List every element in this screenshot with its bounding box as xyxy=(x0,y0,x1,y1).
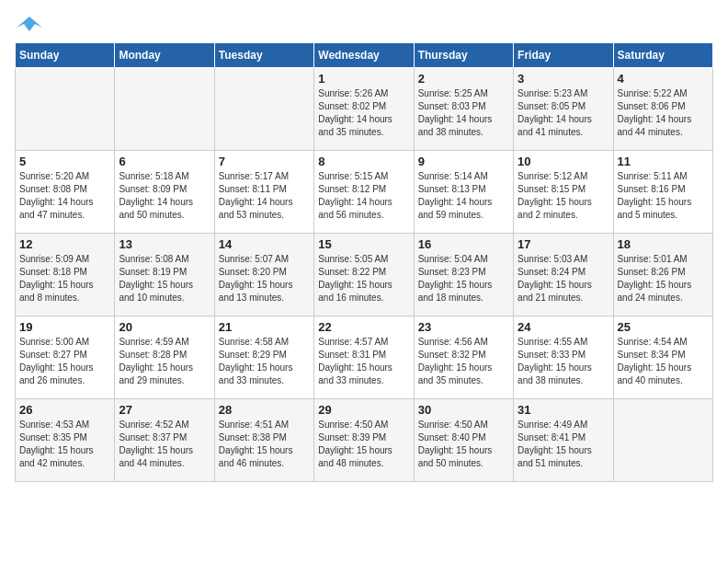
calendar-week-row: 26Sunrise: 4:53 AM Sunset: 8:35 PM Dayli… xyxy=(16,399,713,482)
day-number: 13 xyxy=(119,237,210,251)
calendar-cell: 8Sunrise: 5:15 AM Sunset: 8:12 PM Daylig… xyxy=(314,151,414,234)
calendar-cell: 7Sunrise: 5:17 AM Sunset: 8:11 PM Daylig… xyxy=(214,151,313,234)
cell-details: Sunrise: 5:00 AM Sunset: 8:27 PM Dayligh… xyxy=(19,336,110,387)
day-number: 15 xyxy=(318,237,409,251)
day-number: 9 xyxy=(418,155,509,168)
cell-details: Sunrise: 5:18 AM Sunset: 8:09 PM Dayligh… xyxy=(119,170,210,222)
cell-details: Sunrise: 4:49 AM Sunset: 8:41 PM Dayligh… xyxy=(518,419,609,470)
calendar-cell: 15Sunrise: 5:05 AM Sunset: 8:22 PM Dayli… xyxy=(314,234,414,316)
calendar-cell: 14Sunrise: 5:07 AM Sunset: 8:20 PM Dayli… xyxy=(214,234,313,316)
day-number: 2 xyxy=(418,72,509,86)
page-header xyxy=(15,15,713,35)
calendar-header-row: SundayMondayTuesdayWednesdayThursdayFrid… xyxy=(16,43,713,68)
cell-details: Sunrise: 4:55 AM Sunset: 8:33 PM Dayligh… xyxy=(518,336,609,387)
calendar-cell: 18Sunrise: 5:01 AM Sunset: 8:26 PM Dayli… xyxy=(613,234,712,316)
day-number: 11 xyxy=(618,155,709,168)
day-number: 22 xyxy=(318,320,409,334)
day-number: 7 xyxy=(219,155,310,168)
day-number: 5 xyxy=(19,155,110,168)
calendar-cell: 31Sunrise: 4:49 AM Sunset: 8:41 PM Dayli… xyxy=(514,399,613,482)
calendar-cell xyxy=(16,68,115,151)
day-number: 6 xyxy=(119,155,210,168)
day-number: 25 xyxy=(618,320,709,334)
calendar-table: SundayMondayTuesdayWednesdayThursdayFrid… xyxy=(15,42,713,482)
calendar-cell: 28Sunrise: 4:51 AM Sunset: 8:38 PM Dayli… xyxy=(214,399,313,482)
day-header-thursday: Thursday xyxy=(414,43,513,68)
calendar-cell: 6Sunrise: 5:18 AM Sunset: 8:09 PM Daylig… xyxy=(115,151,214,234)
cell-details: Sunrise: 4:50 AM Sunset: 8:39 PM Dayligh… xyxy=(318,419,409,470)
cell-details: Sunrise: 5:20 AM Sunset: 8:08 PM Dayligh… xyxy=(19,170,110,222)
calendar-week-row: 5Sunrise: 5:20 AM Sunset: 8:08 PM Daylig… xyxy=(16,151,713,234)
calendar-week-row: 1Sunrise: 5:26 AM Sunset: 8:02 PM Daylig… xyxy=(16,68,713,151)
day-header-tuesday: Tuesday xyxy=(214,43,313,68)
cell-details: Sunrise: 5:15 AM Sunset: 8:12 PM Dayligh… xyxy=(318,170,409,222)
cell-details: Sunrise: 5:08 AM Sunset: 8:19 PM Dayligh… xyxy=(119,253,210,304)
cell-details: Sunrise: 5:25 AM Sunset: 8:03 PM Dayligh… xyxy=(418,87,509,139)
logo-bird-icon xyxy=(17,15,42,35)
calendar-cell: 11Sunrise: 5:11 AM Sunset: 8:16 PM Dayli… xyxy=(613,151,712,234)
day-number: 1 xyxy=(318,72,409,86)
cell-details: Sunrise: 4:58 AM Sunset: 8:29 PM Dayligh… xyxy=(219,336,310,387)
day-number: 12 xyxy=(19,237,110,251)
calendar-cell: 30Sunrise: 4:50 AM Sunset: 8:40 PM Dayli… xyxy=(414,399,513,482)
day-number: 27 xyxy=(119,403,210,417)
calendar-cell: 4Sunrise: 5:22 AM Sunset: 8:06 PM Daylig… xyxy=(613,68,712,151)
cell-details: Sunrise: 5:12 AM Sunset: 8:15 PM Dayligh… xyxy=(518,170,609,222)
calendar-cell: 19Sunrise: 5:00 AM Sunset: 8:27 PM Dayli… xyxy=(16,316,115,399)
day-number: 21 xyxy=(219,320,310,334)
cell-details: Sunrise: 5:07 AM Sunset: 8:20 PM Dayligh… xyxy=(219,253,310,304)
calendar-cell: 25Sunrise: 4:54 AM Sunset: 8:34 PM Dayli… xyxy=(613,316,712,399)
day-number: 4 xyxy=(618,72,709,86)
calendar-cell: 10Sunrise: 5:12 AM Sunset: 8:15 PM Dayli… xyxy=(514,151,613,234)
calendar-cell xyxy=(613,399,712,482)
calendar-cell xyxy=(115,68,214,151)
calendar-cell: 9Sunrise: 5:14 AM Sunset: 8:13 PM Daylig… xyxy=(414,151,513,234)
cell-details: Sunrise: 5:17 AM Sunset: 8:11 PM Dayligh… xyxy=(219,170,310,222)
logo xyxy=(15,15,42,35)
day-number: 3 xyxy=(518,72,609,86)
day-number: 29 xyxy=(318,403,409,417)
day-number: 14 xyxy=(219,237,310,251)
cell-details: Sunrise: 5:04 AM Sunset: 8:23 PM Dayligh… xyxy=(418,253,509,304)
calendar-week-row: 19Sunrise: 5:00 AM Sunset: 8:27 PM Dayli… xyxy=(16,316,713,399)
day-number: 16 xyxy=(418,237,509,251)
day-header-wednesday: Wednesday xyxy=(314,43,414,68)
cell-details: Sunrise: 5:23 AM Sunset: 8:05 PM Dayligh… xyxy=(518,87,609,139)
day-number: 24 xyxy=(518,320,609,334)
calendar-cell: 13Sunrise: 5:08 AM Sunset: 8:19 PM Dayli… xyxy=(115,234,214,316)
day-number: 28 xyxy=(219,403,310,417)
calendar-cell: 21Sunrise: 4:58 AM Sunset: 8:29 PM Dayli… xyxy=(214,316,313,399)
cell-details: Sunrise: 5:14 AM Sunset: 8:13 PM Dayligh… xyxy=(418,170,509,222)
day-number: 23 xyxy=(418,320,509,334)
day-number: 18 xyxy=(618,237,709,251)
cell-details: Sunrise: 4:56 AM Sunset: 8:32 PM Dayligh… xyxy=(418,336,509,387)
day-header-sunday: Sunday xyxy=(16,43,115,68)
cell-details: Sunrise: 5:03 AM Sunset: 8:24 PM Dayligh… xyxy=(518,253,609,304)
cell-details: Sunrise: 5:22 AM Sunset: 8:06 PM Dayligh… xyxy=(618,87,709,139)
calendar-cell: 22Sunrise: 4:57 AM Sunset: 8:31 PM Dayli… xyxy=(314,316,414,399)
day-number: 30 xyxy=(418,403,509,417)
calendar-cell: 12Sunrise: 5:09 AM Sunset: 8:18 PM Dayli… xyxy=(16,234,115,316)
day-number: 10 xyxy=(518,155,609,168)
calendar-cell: 16Sunrise: 5:04 AM Sunset: 8:23 PM Dayli… xyxy=(414,234,513,316)
calendar-cell: 23Sunrise: 4:56 AM Sunset: 8:32 PM Dayli… xyxy=(414,316,513,399)
calendar-cell: 3Sunrise: 5:23 AM Sunset: 8:05 PM Daylig… xyxy=(514,68,613,151)
day-header-saturday: Saturday xyxy=(613,43,712,68)
cell-details: Sunrise: 4:57 AM Sunset: 8:31 PM Dayligh… xyxy=(318,336,409,387)
cell-details: Sunrise: 5:01 AM Sunset: 8:26 PM Dayligh… xyxy=(618,253,709,304)
cell-details: Sunrise: 4:59 AM Sunset: 8:28 PM Dayligh… xyxy=(119,336,210,387)
calendar-cell: 2Sunrise: 5:25 AM Sunset: 8:03 PM Daylig… xyxy=(414,68,513,151)
day-header-monday: Monday xyxy=(115,43,214,68)
calendar-cell: 24Sunrise: 4:55 AM Sunset: 8:33 PM Dayli… xyxy=(514,316,613,399)
cell-details: Sunrise: 4:54 AM Sunset: 8:34 PM Dayligh… xyxy=(618,336,709,387)
calendar-cell: 5Sunrise: 5:20 AM Sunset: 8:08 PM Daylig… xyxy=(16,151,115,234)
cell-details: Sunrise: 5:05 AM Sunset: 8:22 PM Dayligh… xyxy=(318,253,409,304)
calendar-cell: 27Sunrise: 4:52 AM Sunset: 8:37 PM Dayli… xyxy=(115,399,214,482)
cell-details: Sunrise: 4:51 AM Sunset: 8:38 PM Dayligh… xyxy=(219,419,310,470)
calendar-cell xyxy=(214,68,313,151)
day-number: 17 xyxy=(518,237,609,251)
cell-details: Sunrise: 5:11 AM Sunset: 8:16 PM Dayligh… xyxy=(618,170,709,222)
cell-details: Sunrise: 4:52 AM Sunset: 8:37 PM Dayligh… xyxy=(119,419,210,470)
calendar-cell: 1Sunrise: 5:26 AM Sunset: 8:02 PM Daylig… xyxy=(314,68,414,151)
day-number: 8 xyxy=(318,155,409,168)
